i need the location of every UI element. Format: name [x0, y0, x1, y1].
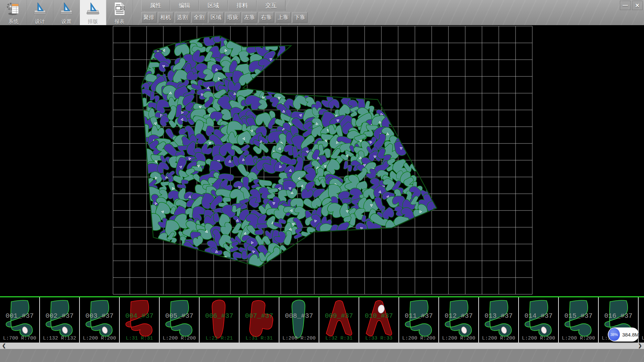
part-counts-label: L:200 R:200 [160, 336, 199, 341]
close-button[interactable]: ✕ [632, 1, 643, 10]
part-counts-label: L:200 R:200 [80, 336, 119, 341]
application-window: 系统设计设置排版报表 属性编辑区域排料交互 聚排相机选割全割区域瑕疵左靠右靠上靠… [0, 0, 644, 362]
menu-bar: 属性编辑区域排料交互 [141, 0, 285, 11]
part-id-label: 013_#37 [479, 312, 518, 320]
part-counts-label: L:200 R:200 [639, 336, 644, 341]
layout-icon [85, 1, 101, 18]
menu-nesting[interactable]: 排料 [228, 0, 257, 11]
part-thumbnail[interactable]: 012_#37L:200 R:200 [439, 297, 479, 343]
part-thumbnail[interactable]: 007_#37L:31 R:31 [239, 297, 279, 343]
part-id-label: 015_#37 [559, 312, 598, 320]
part-id-label: 006_#37 [200, 312, 239, 320]
scroll-left-arrow[interactable]: ❮ [0, 343, 8, 349]
toolbar: 系统设计设置排版报表 属性编辑区域排料交互 聚排相机选割全割区域瑕疵左靠右靠上靠… [0, 0, 644, 25]
memory-label: 384.8M [622, 332, 639, 338]
design-icon [32, 1, 48, 18]
tool-cut-all[interactable]: 全割 [192, 12, 207, 23]
part-id-label: 017_#37 [639, 312, 644, 320]
part-thumbnail[interactable]: 008_#37L:200 R:200 [279, 297, 319, 343]
system-icon [6, 1, 21, 18]
part-counts-label: L:21 R:21 [200, 336, 239, 341]
part-thumbnail[interactable]: 001_#37L:700 R:700 [0, 297, 40, 343]
menu-edit[interactable]: 编辑 [170, 0, 199, 11]
part-id-label: 004_#37 [120, 312, 159, 320]
part-thumbnail[interactable]: 014_#37L:200 R:200 [519, 297, 559, 343]
report-icon [112, 1, 127, 18]
part-id-label: 010_#37 [359, 312, 398, 320]
part-id-label: 008_#37 [279, 312, 319, 320]
tool-snap-left[interactable]: 左靠 [242, 12, 257, 23]
part-id-label: 011_#37 [399, 312, 438, 320]
part-thumbnail[interactable]: 011_#37L:200 R:200 [399, 297, 439, 343]
part-id-label: 009_#37 [319, 312, 359, 320]
app-button-layout[interactable]: 排版 [80, 0, 106, 25]
tool-button-bar: 聚排相机选割全割区域瑕疵左靠右靠上靠下靠 [141, 12, 309, 23]
app-button-label: 设计 [35, 18, 45, 25]
app-button-label: 排版 [88, 18, 98, 25]
part-thumbnail[interactable]: 015_#37L:200 R:200 [559, 297, 599, 343]
tool-select-cut[interactable]: 选割 [175, 12, 190, 23]
part-thumbnail[interactable]: 003_#37L:200 R:200 [80, 297, 120, 343]
part-counts-label: L:32 R:31 [319, 336, 359, 341]
nesting-canvas[interactable] [0, 25, 644, 296]
tool-snap-top[interactable]: 上靠 [275, 12, 291, 23]
part-thumbnail[interactable]: 005_#37L:200 R:200 [160, 297, 200, 343]
part-id-label: 014_#37 [519, 312, 558, 320]
app-button-label: 系统 [8, 18, 18, 25]
part-thumbnail[interactable]: 006_#37L:21 R:21 [200, 297, 239, 343]
app-button-label: 设置 [61, 18, 71, 25]
menu-region[interactable]: 区域 [199, 0, 228, 11]
part-counts-label: L:31 R:31 [120, 336, 159, 341]
part-counts-label: L:132 R:132 [40, 336, 79, 341]
part-id-label: 016_#37 [599, 312, 638, 320]
settings-icon [59, 1, 74, 18]
part-counts-label: L:200 R:200 [559, 336, 598, 341]
part-id-label: 005_#37 [160, 312, 199, 320]
window-controls: — ✕ [620, 1, 643, 10]
tool-camera[interactable]: 相机 [158, 12, 173, 23]
horizontal-scrollbar[interactable]: ❮ ❯ [0, 343, 644, 349]
app-button-label: 报表 [114, 18, 124, 25]
app-button-design[interactable]: 设计 [27, 0, 53, 25]
progress-percent: 38% [608, 328, 620, 341]
part-thumbnail[interactable]: 009_#37L:32 R:31 [319, 297, 359, 343]
tool-defects[interactable]: 瑕疵 [225, 12, 240, 23]
part-counts-label: L:200 R:200 [279, 336, 319, 341]
menu-properties[interactable]: 属性 [141, 0, 170, 11]
part-thumbnail[interactable]: 010_#37L:33 R:33 [359, 297, 399, 343]
part-counts-label: L:200 R:200 [439, 336, 478, 341]
app-button-settings[interactable]: 设置 [53, 0, 80, 25]
tool-snap-right[interactable]: 右靠 [259, 12, 274, 23]
menu-interact[interactable]: 交互 [257, 0, 285, 11]
tool-region[interactable]: 区域 [208, 12, 224, 23]
part-counts-label: L:200 R:200 [519, 336, 558, 341]
minimize-button[interactable]: — [620, 1, 631, 10]
app-launcher-bar: 系统设计设置排版报表 [0, 0, 133, 25]
part-id-label: 007_#37 [239, 312, 279, 320]
tool-snap-bottom[interactable]: 下靠 [292, 12, 308, 23]
tool-cluster-nest[interactable]: 聚排 [141, 12, 157, 23]
part-thumbnail[interactable]: 002_#37L:132 R:132 [40, 297, 80, 343]
part-counts-label: L:700 R:700 [0, 336, 39, 341]
part-id-label: 001_#37 [0, 312, 39, 320]
part-id-label: 002_#37 [40, 312, 79, 320]
progress-badge: 38% 384.8M [608, 327, 639, 342]
part-thumbnail[interactable]: 004_#37L:31 R:31 [120, 297, 160, 343]
part-thumbnail[interactable]: 017_#37L:200 R:200 [639, 297, 644, 343]
part-id-label: 012_#37 [439, 312, 478, 320]
part-counts-label: L:200 R:200 [479, 336, 518, 341]
parts-filmstrip: 001_#37L:700 R:700002_#37L:132 R:132003_… [0, 296, 644, 343]
part-counts-label: L:200 R:200 [399, 336, 438, 341]
scroll-right-arrow[interactable]: ❯ [636, 343, 644, 349]
part-thumbnail[interactable]: 013_#37L:200 R:200 [479, 297, 519, 343]
part-id-label: 003_#37 [80, 312, 119, 320]
status-bar [0, 349, 644, 362]
part-counts-label: L:31 R:31 [239, 336, 279, 341]
nested-hide-drawing [0, 25, 644, 296]
part-counts-label: L:33 R:33 [359, 336, 398, 341]
app-button-report[interactable]: 报表 [106, 0, 133, 25]
app-button-system[interactable]: 系统 [0, 0, 27, 25]
